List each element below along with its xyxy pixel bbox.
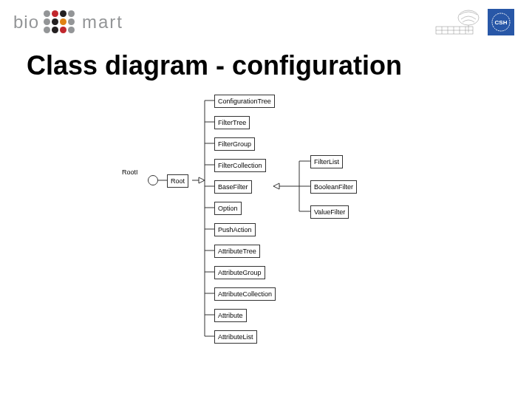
- class-box: FilterList: [310, 155, 343, 168]
- interface-label: RootI: [122, 168, 138, 176]
- class-box: BaseFilter: [214, 180, 252, 194]
- csh-badge-icon: CSH: [488, 9, 514, 35]
- brand-logo: bio mart: [13, 10, 123, 33]
- svg-marker-28: [273, 183, 279, 189]
- class-box: Option: [214, 202, 242, 215]
- svg-marker-13: [199, 177, 205, 183]
- campus-sketch-icon: [432, 7, 483, 37]
- class-box: PushAction: [214, 223, 256, 236]
- class-box: ValueFilter: [310, 205, 349, 219]
- logo-text-mart: mart: [82, 12, 123, 33]
- class-box: AttributeCollection: [214, 287, 276, 301]
- logo-text-bio: bio: [13, 12, 39, 33]
- header: bio mart CSH: [0, 0, 532, 40]
- class-box: AttributeTree: [214, 245, 260, 258]
- interface-lollipop-icon: [148, 175, 158, 185]
- class-root: Root: [167, 174, 188, 188]
- class-diagram: RootI Root ConfigurationTree FilterTree …: [0, 87, 532, 398]
- class-box: Attribute: [214, 309, 247, 322]
- svg-text:CSH: CSH: [495, 19, 508, 26]
- class-box: FilterTree: [214, 116, 250, 129]
- logo-dot-grid-icon: [44, 10, 75, 33]
- class-box: ConfigurationTree: [214, 95, 275, 108]
- svg-point-0: [458, 10, 479, 25]
- class-box: FilterCollection: [214, 159, 266, 172]
- class-box: AttributeGroup: [214, 266, 265, 279]
- class-box: BooleanFilter: [310, 180, 357, 194]
- diagram-connectors: [0, 87, 532, 398]
- page-title: Class diagram - configuration: [27, 50, 532, 81]
- affiliation-logos: CSH: [432, 7, 514, 37]
- class-box: AttributeList: [214, 330, 257, 344]
- class-box: FilterGroup: [214, 137, 255, 151]
